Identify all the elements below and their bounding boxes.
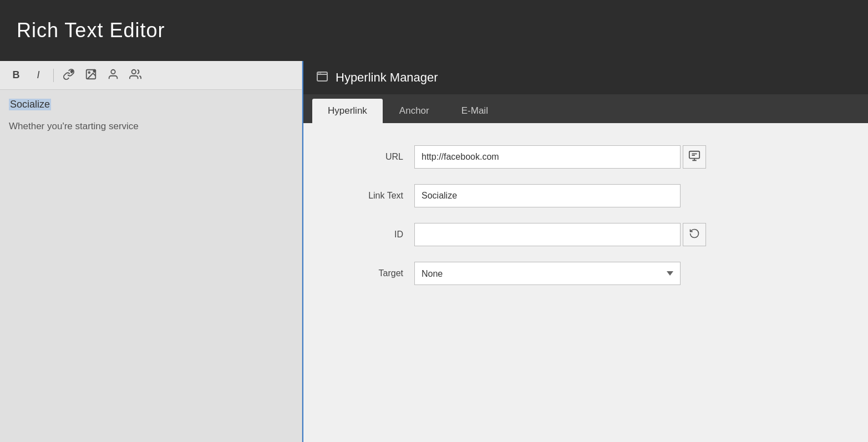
target-select[interactable]: None _blank _self _parent _top — [414, 262, 681, 285]
bold-icon: B — [13, 69, 20, 81]
tabs-bar: Hyperlink Anchor E-Mail — [303, 94, 868, 123]
insert-person2-icon — [129, 68, 141, 83]
svg-point-3 — [88, 72, 90, 73]
insert-link-button[interactable]: + — [59, 66, 78, 85]
insert-link-icon: + — [63, 68, 75, 83]
tab-anchor[interactable]: Anchor — [384, 99, 445, 123]
url-browse-button[interactable] — [683, 145, 706, 169]
url-input[interactable] — [414, 145, 681, 169]
insert-image-icon: + — [85, 68, 97, 83]
svg-point-10 — [318, 73, 319, 74]
link-text-label: Link Text — [337, 191, 403, 201]
target-row: Target None _blank _self _parent _top — [337, 262, 835, 285]
tab-email[interactable]: E-Mail — [446, 99, 504, 123]
dialog-header-icon — [317, 72, 328, 84]
target-label: Target — [337, 268, 403, 278]
hyperlink-manager-dialog: Hyperlink Manager Hyperlink Anchor E-Mai… — [302, 61, 868, 442]
main-area: B I + — [0, 61, 868, 442]
url-label: URL — [337, 152, 403, 162]
selected-text: Socialize — [9, 99, 51, 110]
editor-content: Socialize Whether you're starting servic… — [0, 90, 302, 442]
italic-button[interactable]: I — [29, 66, 48, 85]
dialog-header: Hyperlink Manager — [303, 61, 868, 94]
id-label: ID — [337, 230, 403, 240]
svg-point-6 — [111, 69, 115, 73]
reset-icon — [689, 228, 700, 242]
italic-icon: I — [37, 69, 39, 81]
dialog-title: Hyperlink Manager — [336, 70, 438, 85]
app-header: Rich Text Editor — [0, 0, 868, 61]
editor-body-text: Whether you're starting service — [9, 119, 293, 134]
id-input[interactable] — [414, 223, 681, 246]
dialog-body: URL Link Text — [303, 123, 868, 442]
insert-person2-button[interactable] — [126, 66, 145, 85]
svg-point-7 — [132, 69, 136, 73]
link-text-input[interactable] — [414, 184, 681, 207]
editor-panel: B I + — [0, 61, 302, 442]
insert-person-icon — [107, 68, 119, 83]
url-row: URL — [337, 145, 835, 169]
insert-image-button[interactable]: + — [82, 66, 100, 85]
id-reset-button[interactable] — [683, 223, 706, 246]
editor-toolbar: B I + — [0, 61, 302, 90]
svg-text:+: + — [71, 70, 73, 73]
browse-icon — [688, 150, 701, 165]
selected-text-highlight: Socialize — [9, 99, 293, 110]
id-row: ID — [337, 223, 835, 246]
app-title: Rich Text Editor — [17, 19, 165, 42]
svg-text:+: + — [94, 70, 95, 73]
toolbar-separator — [53, 69, 54, 82]
bold-button[interactable]: B — [7, 66, 26, 85]
svg-point-11 — [320, 73, 321, 74]
tab-hyperlink[interactable]: Hyperlink — [312, 99, 383, 123]
insert-person-button[interactable] — [104, 66, 123, 85]
link-text-row: Link Text — [337, 184, 835, 207]
